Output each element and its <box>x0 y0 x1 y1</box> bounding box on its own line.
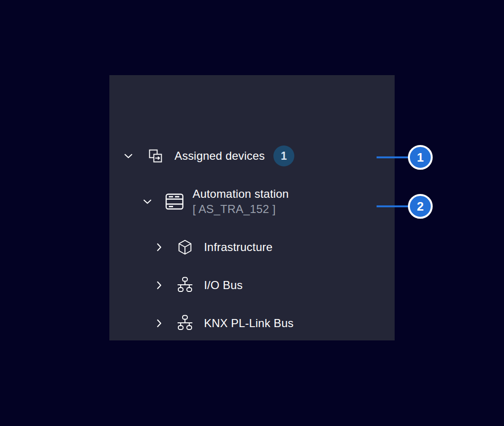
automation-station-row[interactable]: Automation station [ AS_TRA_152 ] <box>109 184 427 220</box>
io-bus-label: I/O Bus <box>204 279 242 292</box>
callout-number-1: 1 <box>417 150 424 165</box>
chevron-right-icon[interactable] <box>153 280 165 291</box>
network-icon <box>175 315 194 332</box>
callout-number-2: 2 <box>417 199 424 214</box>
network-icon <box>175 277 194 294</box>
io-bus-row[interactable]: I/O Bus <box>109 272 438 299</box>
knx-pl-link-bus-label: KNX PL-Link Bus <box>204 317 293 330</box>
cube-icon <box>175 240 194 255</box>
callout-circle-1: 1 <box>408 145 433 170</box>
infrastructure-row[interactable]: Infrastructure <box>109 234 438 261</box>
callout-circle-2: 2 <box>408 194 433 219</box>
assigned-devices-icon <box>149 149 162 163</box>
automation-station-text: Automation station [ AS_TRA_152 ] <box>193 186 289 217</box>
chevron-right-icon[interactable] <box>153 318 165 329</box>
callout-line-1 <box>377 156 408 158</box>
automation-station-sublabel: [ AS_TRA_152 ] <box>193 202 289 217</box>
knx-pl-link-bus-row[interactable]: KNX PL-Link Bus <box>109 310 438 337</box>
automation-station-icon <box>165 194 184 210</box>
device-tree-panel: Assigned devices 1 Automation station [ … <box>109 75 395 340</box>
chevron-right-icon[interactable] <box>153 242 165 253</box>
infrastructure-label: Infrastructure <box>204 241 272 254</box>
page-background: { "colors": { "page_bg": "#030224", "pan… <box>0 0 504 426</box>
count-badge: 1 <box>273 145 294 166</box>
assigned-devices-row[interactable]: Assigned devices 1 <box>109 143 408 169</box>
automation-station-label: Automation station <box>193 186 289 202</box>
assigned-devices-label: Assigned devices <box>174 149 265 163</box>
chevron-down-icon[interactable] <box>123 150 134 162</box>
callout-line-2 <box>377 205 408 207</box>
chevron-down-icon[interactable] <box>142 196 153 207</box>
